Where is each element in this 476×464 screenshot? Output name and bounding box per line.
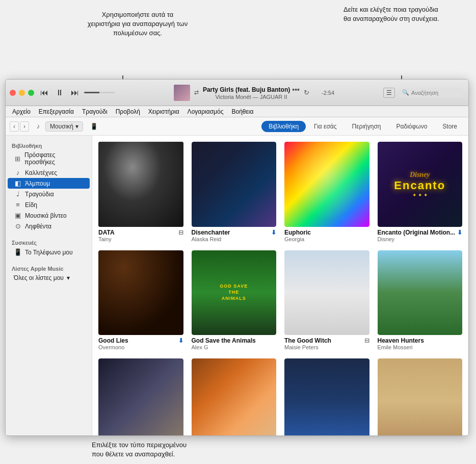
play-pause-button[interactable]: ⏸ <box>54 87 66 98</box>
nav-back-button[interactable]: ‹ <box>10 121 19 132</box>
sidebar-item-songs[interactable]: ♩ Τραγούδια <box>8 189 90 199</box>
album-art-data <box>98 142 183 227</box>
album-card-encanto[interactable]: Disney Encanto ✦ ✦ ✦ Encanto (Original M… <box>378 142 463 242</box>
callout-left: Χρησιμοποιήστε αυτά τα χειριστήρια για α… <box>87 10 189 38</box>
album-art-row3-1 <box>98 358 183 436</box>
callout-bottom-text: Επιλέξτε τον τύπο περιεχομένου που θέλετ… <box>92 441 187 458</box>
songs-icon: ♩ <box>14 190 22 198</box>
sidebar-section-playlists: Λίστες Apple Music <box>6 263 92 273</box>
tab-store[interactable]: Store <box>435 121 464 132</box>
content-area: Βιβλιοθήκη ⊞ Πρόσφατες προσθήκες ♪ Καλλι… <box>6 136 468 436</box>
album-name-euphoric: Euphoric <box>284 229 369 236</box>
encanto-stars: ✦ ✦ ✦ <box>412 192 428 198</box>
sidebar-item-phone[interactable]: 📱 Το Τηλέφωνο μου <box>8 247 90 257</box>
sidebar-item-albums[interactable]: ◧ Άλμπουμ <box>8 178 90 189</box>
album-name-disenchanter: Disenchanter ⬇ <box>192 229 277 236</box>
tab-radio[interactable]: Ραδιόφωνο <box>389 121 435 132</box>
genres-icon: ≡ <box>14 201 22 209</box>
queue-button[interactable]: ☰ <box>383 88 395 98</box>
search-input[interactable] <box>411 90 457 96</box>
sidebar-item-recent[interactable]: ⊞ Πρόσφατες προσθήκες <box>8 150 90 167</box>
close-button[interactable] <box>10 90 16 96</box>
album-card-row3-3[interactable] <box>284 358 369 436</box>
tab-library[interactable]: Βιβλιοθήκη <box>261 121 306 132</box>
now-playing: ⇄ Party Girls (feat. Buju Banton) ••• Vi… <box>125 85 383 101</box>
volume-slider[interactable] <box>84 92 115 93</box>
artists-icon: ♪ <box>14 169 22 176</box>
download-icon-disenchanter[interactable]: ⬇ <box>271 229 276 236</box>
search-box[interactable]: 🔍 <box>398 88 464 97</box>
menu-controls[interactable]: Χειριστήρια <box>145 108 183 116</box>
dots-icon-data[interactable]: ⊟ <box>178 229 183 236</box>
sidebar-section-library: Βιβλιοθήκη <box>6 140 92 150</box>
album-card-heaven[interactable]: Heaven Hunters Emile Mosseri <box>378 250 463 351</box>
fast-forward-button[interactable]: ⏭ <box>69 87 81 98</box>
album-name-heaven: Heaven Hunters <box>378 337 463 344</box>
album-card-row3-4[interactable] <box>378 358 463 436</box>
music-label[interactable]: Μουσική ▾ <box>45 121 83 132</box>
album-card-good-witch[interactable]: The Good Witch ⊟ Maisie Peters <box>284 250 369 351</box>
album-art-euphoric <box>284 142 369 227</box>
minimize-button[interactable] <box>19 90 25 96</box>
album-art-encanto: Disney Encanto ✦ ✦ ✦ <box>378 142 463 227</box>
callout-left-text: Χρησιμοποιήστε αυτά τα χειριστήρια για α… <box>88 11 188 37</box>
maximize-button[interactable] <box>28 90 34 96</box>
dots-icon-good-witch[interactable]: ⊟ <box>364 337 369 344</box>
music-label-text: Μουσική <box>50 123 73 130</box>
phone-icon: 📱 <box>14 248 22 256</box>
album-art-row3-2 <box>192 358 277 436</box>
sidebar-recent-label: Πρόσφατες προσθήκες <box>24 151 84 166</box>
albums-area: DATA ⊟ Tainy Disenchanter ⬇ Alaska Reid <box>92 136 468 436</box>
nav-forward-button[interactable]: › <box>20 121 29 132</box>
menu-file[interactable]: Αρχείο <box>9 108 34 116</box>
nav-buttons: ‹ › <box>10 121 29 132</box>
tab-browse[interactable]: Περιήγηση <box>345 121 388 132</box>
sidebar-songs-label: Τραγούδια <box>25 191 54 198</box>
sidebar-item-artists[interactable]: ♪ Καλλιτέχνες <box>8 167 90 178</box>
download-icon-encanto[interactable]: ⬇ <box>457 229 462 236</box>
album-card-god-save[interactable]: GOD SAVETHEANIMALS God Save the Animals … <box>192 250 277 351</box>
sidebar-genres-label: Είδη <box>25 201 37 209</box>
sidebar-item-all-playlists[interactable]: Όλες οι λίστες μου ▾ <box>8 273 90 283</box>
album-art-good-witch <box>284 250 369 336</box>
more-options-icon[interactable]: ••• <box>292 86 300 94</box>
sidebar-section-devices: Συσκευές <box>6 237 92 247</box>
track-time: -2:54 <box>322 90 334 96</box>
shuffle-icon[interactable]: ⇄ <box>194 89 199 96</box>
album-art-heaven <box>378 250 463 336</box>
album-art-good-lies <box>98 250 183 336</box>
albums-grid: DATA ⊟ Tainy Disenchanter ⬇ Alaska Reid <box>98 142 462 436</box>
album-card-data[interactable]: DATA ⊟ Tainy <box>98 142 183 242</box>
callout-bottom: Επιλέξτε τον τύπο περιεχομένου που θέλετ… <box>92 441 194 459</box>
album-card-euphoric[interactable]: Euphoric Georgia <box>284 142 369 242</box>
device-icon: 📱 <box>90 123 98 130</box>
app-window: ⏮ ⏸ ⏭ ⇄ Party Girls (feat. Buju Banton) … <box>5 79 469 436</box>
menu-view[interactable]: Προβολή <box>112 108 144 116</box>
now-playing-thumbnail <box>174 85 190 101</box>
menu-song[interactable]: Τραγούδι <box>78 108 111 116</box>
menu-account[interactable]: Λογαριασμός <box>184 108 227 116</box>
repeat-icon[interactable]: ↻ <box>304 89 309 96</box>
download-icon-good-lies[interactable]: ⬇ <box>178 337 183 344</box>
sidebar-item-downloaded[interactable]: ⊙ Ληφθέντα <box>8 221 90 231</box>
album-card-row3-1[interactable] <box>98 358 183 436</box>
album-art-row3-3 <box>284 358 369 436</box>
downloaded-icon: ⊙ <box>14 222 22 230</box>
album-art-god-save: GOD SAVETHEANIMALS <box>192 250 277 336</box>
album-card-disenchanter[interactable]: Disenchanter ⬇ Alaska Reid <box>192 142 277 242</box>
menu-edit[interactable]: Επεξεργασία <box>35 108 77 116</box>
album-art-disenchanter <box>192 142 277 227</box>
track-artist-album: Victoria Monét — JAGUAR II <box>215 94 287 100</box>
menu-help[interactable]: Βοήθεια <box>228 108 257 116</box>
recent-icon: ⊞ <box>14 155 21 163</box>
sidebar-item-videos[interactable]: ▣ Μουσικά βίντεο <box>8 210 90 221</box>
right-controls: ☰ 🔍 <box>383 88 464 98</box>
album-card-good-lies[interactable]: Good Lies ⬇ Overmono <box>98 250 183 351</box>
transport-controls: ⏮ ⏸ ⏭ <box>38 87 120 98</box>
sidebar-item-genres[interactable]: ≡ Είδη <box>8 199 90 210</box>
tab-for-you[interactable]: Για εσάς <box>307 121 344 132</box>
album-name-good-lies: Good Lies ⬇ <box>98 337 183 344</box>
rewind-button[interactable]: ⏮ <box>38 87 50 98</box>
title-bar: ⏮ ⏸ ⏭ ⇄ Party Girls (feat. Buju Banton) … <box>6 80 468 106</box>
album-card-row3-2[interactable] <box>192 358 277 436</box>
